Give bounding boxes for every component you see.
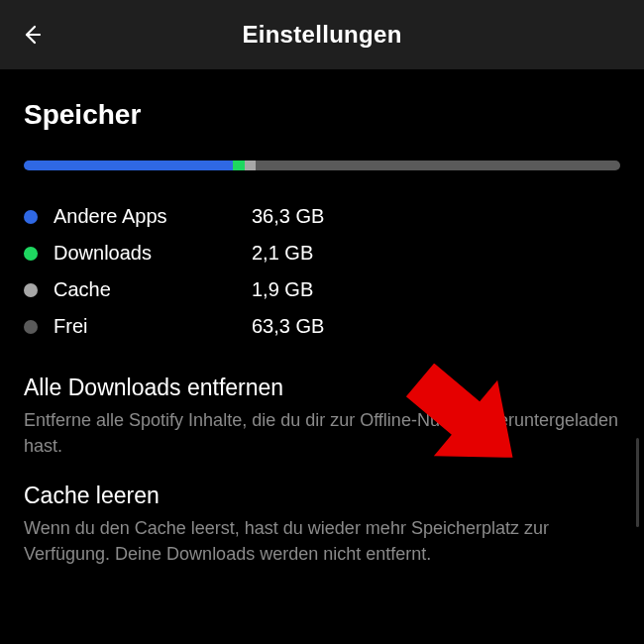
- bar-segment-downloads: [233, 161, 245, 170]
- section-title-storage: Speicher: [24, 99, 620, 131]
- legend-label: Cache: [54, 278, 252, 301]
- content-area: Speicher Andere Apps 36,3 GB Downloads 2…: [0, 69, 644, 567]
- legend-value: 2,1 GB: [252, 242, 313, 265]
- option-description: Entferne alle Spotify Inhalte, die du di…: [24, 407, 620, 459]
- back-arrow-icon: [20, 23, 44, 47]
- legend-label: Frei: [54, 315, 252, 338]
- back-button[interactable]: [20, 23, 44, 47]
- page-title: Einstellungen: [20, 21, 624, 49]
- legend-value: 36,3 GB: [252, 205, 324, 228]
- clear-cache-option[interactable]: Cache leeren Wenn du den Cache leerst, h…: [24, 483, 620, 567]
- legend-label: Andere Apps: [54, 205, 252, 228]
- legend-label: Downloads: [54, 242, 252, 265]
- option-title: Cache leeren: [24, 483, 620, 509]
- legend-value: 63,3 GB: [252, 315, 324, 338]
- legend-row-free: Frei 63,3 GB: [24, 308, 620, 345]
- scrollbar[interactable]: [636, 438, 639, 527]
- legend-value: 1,9 GB: [252, 278, 313, 301]
- storage-bar: [24, 161, 620, 170]
- legend-dot-icon: [24, 283, 38, 297]
- legend-dot-icon: [24, 320, 38, 334]
- option-description: Wenn du den Cache leerst, hast du wieder…: [24, 515, 620, 567]
- legend-dot-icon: [24, 247, 38, 261]
- bar-segment-free: [256, 161, 620, 170]
- legend-row-other-apps: Andere Apps 36,3 GB: [24, 198, 620, 235]
- header-bar: Einstellungen: [0, 0, 644, 69]
- legend-row-downloads: Downloads 2,1 GB: [24, 235, 620, 271]
- bar-segment-cache: [245, 161, 256, 170]
- option-title: Alle Downloads entfernen: [24, 375, 620, 401]
- bar-segment-other-apps: [24, 161, 233, 170]
- legend-dot-icon: [24, 210, 38, 224]
- storage-legend: Andere Apps 36,3 GB Downloads 2,1 GB Cac…: [24, 198, 620, 345]
- legend-row-cache: Cache 1,9 GB: [24, 271, 620, 308]
- remove-downloads-option[interactable]: Alle Downloads entfernen Entferne alle S…: [24, 375, 620, 459]
